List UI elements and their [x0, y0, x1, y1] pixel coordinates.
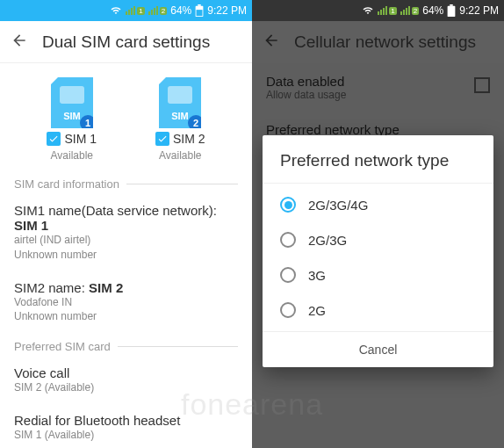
status-bar: 1 2 64% 9:22 PM [0, 0, 252, 21]
svg-rect-7 [168, 86, 192, 104]
radio-icon [280, 232, 296, 248]
clock: 9:22 PM [459, 4, 499, 17]
sim2-status: Available [159, 149, 201, 162]
sim1-card[interactable]: SIM1 SIM 1 Available [47, 77, 97, 162]
signal-sim1-icon: 1 [126, 6, 144, 15]
status-bar: 1 2 64% 9:22 PM [252, 0, 504, 21]
radio-icon [280, 267, 296, 283]
cancel-button[interactable]: Cancel [263, 331, 493, 367]
back-icon[interactable] [11, 32, 28, 53]
screen-cellular: 1 2 64% 9:22 PM Cellular network setting… [252, 0, 504, 448]
svg-rect-12 [450, 4, 454, 6]
sim1-checkbox[interactable] [47, 132, 61, 146]
redial-bluetooth-item[interactable]: Redial for Bluetooth headset SIM 1 (Avai… [0, 404, 252, 448]
radio-option-2g3g4g[interactable]: 2G/3G/4G [263, 187, 493, 222]
svg-rect-3 [60, 86, 84, 104]
clock: 9:22 PM [207, 4, 247, 17]
section-preferred: Preferred SIM card [0, 333, 252, 357]
radio-icon [280, 302, 296, 318]
svg-text:1: 1 [85, 118, 90, 128]
radio-icon [280, 197, 296, 213]
sim2-checkbox[interactable] [155, 132, 169, 146]
section-sim-info: SIM card information [0, 170, 252, 194]
sim2-card[interactable]: SIM2 SIM 2 Available [155, 77, 205, 162]
svg-rect-1 [198, 4, 202, 6]
voice-call-item[interactable]: Voice call SIM 2 (Available) [0, 357, 252, 404]
dialog-title: Preferred network type [263, 135, 493, 184]
svg-text:SIM: SIM [171, 111, 189, 121]
sim1-label: SIM 1 [64, 132, 97, 146]
svg-rect-11 [448, 6, 456, 17]
app-bar: Dual SIM card settings [0, 21, 252, 63]
sim2-icon: SIM2 [159, 77, 201, 128]
signal-sim2-icon: 2 [148, 6, 167, 15]
radio-option-3g[interactable]: 3G [263, 257, 493, 293]
radio-option-2g[interactable]: 2G [263, 293, 493, 328]
battery-icon [195, 4, 204, 17]
wifi-icon [110, 5, 122, 16]
signal-sim2-icon: 2 [400, 6, 419, 15]
wifi-icon [362, 5, 374, 16]
svg-rect-2 [197, 10, 203, 16]
radio-option-2g3g[interactable]: 2G/3G [263, 222, 493, 257]
battery-icon [447, 4, 456, 17]
svg-text:SIM: SIM [63, 111, 81, 121]
svg-text:2: 2 [193, 118, 198, 128]
radio-group: 2G/3G/4G 2G/3G 3G 2G [263, 184, 493, 331]
sim1-info-item[interactable]: SIM1 name(Data service network): SIM 1 a… [0, 194, 252, 271]
battery-percent: 64% [422, 4, 443, 17]
battery-percent: 64% [170, 4, 191, 17]
signal-sim1-icon: 1 [378, 6, 396, 15]
sim2-info-item[interactable]: SIM2 name: SIM 2 Vodafone IN Unknown num… [0, 271, 252, 334]
sim1-status: Available [51, 149, 93, 162]
sim1-icon: SIM1 [51, 77, 93, 128]
preferred-network-dialog: Preferred network type 2G/3G/4G 2G/3G 3G [263, 135, 493, 367]
page-title: Dual SIM card settings [42, 33, 210, 52]
sim2-label: SIM 2 [173, 132, 205, 146]
sim-selector-row: SIM1 SIM 1 Available SIM2 SIM 2 Availabl… [0, 63, 252, 170]
screen-dual-sim: 1 2 64% 9:22 PM Dual SIM card settings S… [0, 0, 252, 448]
